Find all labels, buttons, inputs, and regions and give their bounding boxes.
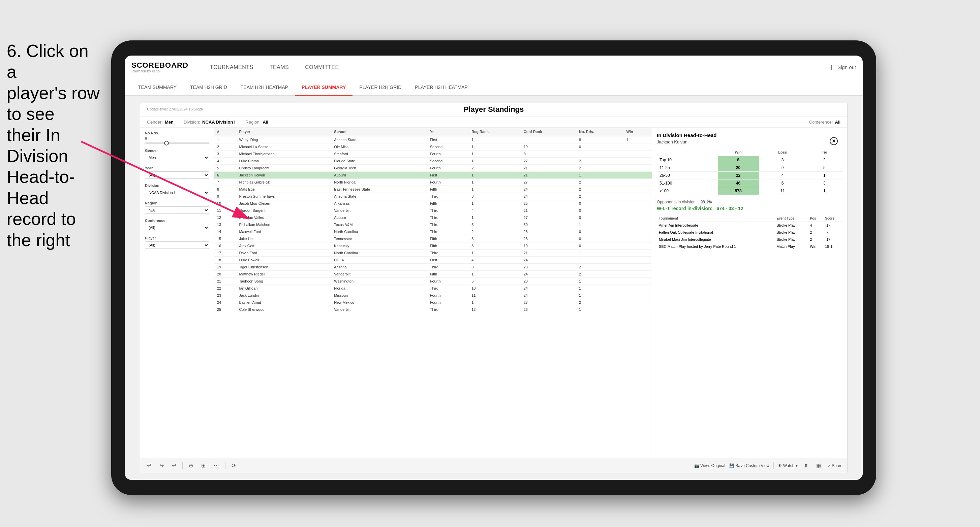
table-cell (624, 306, 652, 313)
table-row[interactable]: 20Matthew RiedelVanderbiltFifth1242 (214, 271, 652, 278)
subnav-team-summary[interactable]: TEAM SUMMARY (131, 79, 183, 96)
table-row[interactable]: 25Cole SherwoodVanderbiltThird12231 (214, 306, 652, 313)
table-cell: 1 (576, 151, 624, 157)
table-row[interactable]: 8Mats EgeEast Tennessee StateFifth1242 (214, 186, 652, 193)
conference-select[interactable]: (All) (145, 224, 209, 231)
table-row[interactable]: 3Michael ThorbjornsenStanfordFourth181 (214, 151, 652, 157)
h2h-win-cell: 8 (718, 156, 759, 164)
nav-items: TOURNAMENTS TEAMS COMMITTEE (202, 56, 831, 79)
nav-item-teams[interactable]: TEAMS (261, 56, 297, 79)
table-cell: East Tennessee State (331, 186, 427, 193)
player-select[interactable]: (All) (145, 241, 209, 249)
col-school: School (331, 128, 427, 136)
close-button[interactable]: ✕ (830, 137, 838, 145)
tournament-cell: Win (808, 243, 823, 250)
subnav-team-h2h-heatmap[interactable]: TEAM H2H HEATMAP (234, 79, 295, 96)
table-row[interactable]: 10Jacob Mou-OlesenArkansasFifth1250 (214, 200, 652, 207)
table-row[interactable]: 12Brendan VallesAuburnThird1270 (214, 214, 652, 221)
save-custom-button[interactable]: 💾 Save Custom View (729, 464, 770, 468)
table-cell: Jake Hall (236, 235, 331, 243)
copy-button[interactable]: ⊕ (187, 461, 195, 470)
left-sidebar: No Rds. 6 Gender Men (140, 128, 214, 458)
year-select[interactable]: (All) (145, 171, 209, 179)
table-row[interactable]: 22Ian GilliganFloridaThird10241 (214, 285, 652, 292)
refresh-button[interactable]: ⟳ (229, 461, 238, 470)
table-cell: Mats Ege (236, 186, 331, 193)
no-rds-slider[interactable] (145, 143, 209, 144)
subnav-player-h2h-grid[interactable]: PLAYER H2H GRID (353, 79, 408, 96)
share-button[interactable]: ↗ Share (827, 464, 843, 468)
table-cell: First (427, 257, 469, 264)
table-row[interactable]: 2Michael La SasseOle MissSecond1190 (214, 143, 652, 151)
table-cell: Second (427, 157, 469, 165)
gender-select[interactable]: Men (145, 154, 209, 161)
nav-item-committee[interactable]: COMMITTEE (297, 56, 347, 79)
table-row[interactable]: 14Maxwell FordNorth CarolinaThird2230 (214, 228, 652, 235)
undo-button[interactable]: ↩ (145, 461, 153, 470)
tourn-col-pos: Pos (808, 215, 823, 222)
tournament-cell: Amer Am Intercollegiate (657, 222, 775, 229)
table-cell: 2 (576, 157, 624, 165)
tournament-table: Tournament Event Type Pos Score Amer Am … (657, 215, 843, 250)
region-select[interactable]: N/A (145, 206, 209, 214)
table-cell: 6 (469, 278, 521, 285)
table-row[interactable]: 21Taehoon SongWashingtonFourth6231 (214, 278, 652, 285)
table-cell (624, 165, 652, 172)
table-cell: 15 (214, 235, 236, 243)
h2h-header: In Division Head-to-Head Jackson Koivun … (657, 132, 843, 144)
table-cell: 17 (214, 249, 236, 257)
table-row[interactable]: 9Preston SummerhaysArizona StateThird324… (214, 193, 652, 200)
table-cell: 12 (214, 214, 236, 221)
table-cell: 8 (214, 186, 236, 193)
table-cell: Third (427, 249, 469, 257)
tournament-cell: Stroke Play (775, 222, 808, 229)
table-row[interactable]: 24Bastien AmatNew MexicoFourth1272 (214, 299, 652, 306)
table-row[interactable]: 23Jack LundinMissouriFourth11241 (214, 292, 652, 299)
watch-button[interactable]: 👁 Watch ▾ (778, 464, 797, 468)
nav-item-tournaments[interactable]: TOURNAMENTS (202, 56, 261, 79)
subnav-team-h2h-grid[interactable]: TEAM H2H GRID (183, 79, 234, 96)
table-row[interactable]: 17David FordNorth CarolinaThird1211 (214, 249, 652, 257)
table-cell: Luke Powell (236, 257, 331, 264)
table-cell: 11 (469, 292, 521, 299)
table-row[interactable]: 11Gordon SargentVanderbiltThird4210 (214, 207, 652, 214)
table-cell: Jacob Mou-Olesen (236, 200, 331, 207)
table-cell (624, 249, 652, 257)
table-header-row: # Player School Yr Reg Rank Conf Rank No… (214, 128, 652, 136)
sidebar-region-section: Region N/A (145, 201, 209, 214)
table-cell: 23 (521, 306, 576, 313)
table-cell: 7 (214, 179, 236, 186)
table-row[interactable]: 16Alex GoffKentuckyFifth8190 (214, 243, 652, 249)
table-cell (624, 264, 652, 271)
table-cell: 2 (576, 264, 624, 271)
table-row[interactable]: 13Pichaikun MaichonTexas A&MThird6301 (214, 221, 652, 228)
paste-button[interactable]: ⊞ (199, 461, 208, 470)
table-cell: 0 (576, 143, 624, 151)
toolbar-icon-1[interactable]: ⬆ (802, 461, 810, 470)
table-cell: David Ford (236, 249, 331, 257)
view-original-button[interactable]: 📷 View: Original (694, 464, 725, 468)
h2h-tie-cell: 2 (807, 156, 843, 164)
toolbar-icon-2[interactable]: ▦ (814, 461, 823, 470)
more-button[interactable]: ⋯ (212, 461, 221, 470)
table-row[interactable]: 6Jackson KoivunAuburnFirst1211 (214, 172, 652, 179)
table-cell: 24 (521, 186, 576, 193)
table-row[interactable]: 15Jake HallTennesseeFifth3230 (214, 235, 652, 243)
table-cell (624, 292, 652, 299)
table-row[interactable]: 19Tiger ChristensenArizonaThird8232 (214, 264, 652, 271)
table-row[interactable]: 18Luke PowellUCLAFirst4241 (214, 257, 652, 264)
subnav-player-h2h-heatmap[interactable]: PLAYER H2H HEATMAP (408, 79, 474, 96)
table-row[interactable]: 1Wenyi DingArizona StateFirst181 (214, 136, 652, 143)
table-row[interactable]: 4Luke ClatonFlorida StateSecond1272 (214, 157, 652, 165)
step-back-button[interactable]: ↩ (170, 461, 178, 470)
table-cell: 24 (521, 271, 576, 278)
redo-button[interactable]: ↪ (158, 461, 166, 470)
sidebar-player-section: Player (All) (145, 236, 209, 249)
h2h-range-cell: Top 10 (657, 156, 718, 164)
division-select[interactable]: NCAA Division I (145, 189, 209, 196)
sign-out-button[interactable]: Sign out (837, 64, 856, 70)
table-cell: 1 (576, 221, 624, 228)
table-row[interactable]: 7Nicholas GabrelcikNorth FloridaFourth12… (214, 179, 652, 186)
table-row[interactable]: 5Christo LamprechtGeorgia TechFourth2212 (214, 165, 652, 172)
subnav-player-summary[interactable]: PLAYER SUMMARY (295, 79, 353, 96)
